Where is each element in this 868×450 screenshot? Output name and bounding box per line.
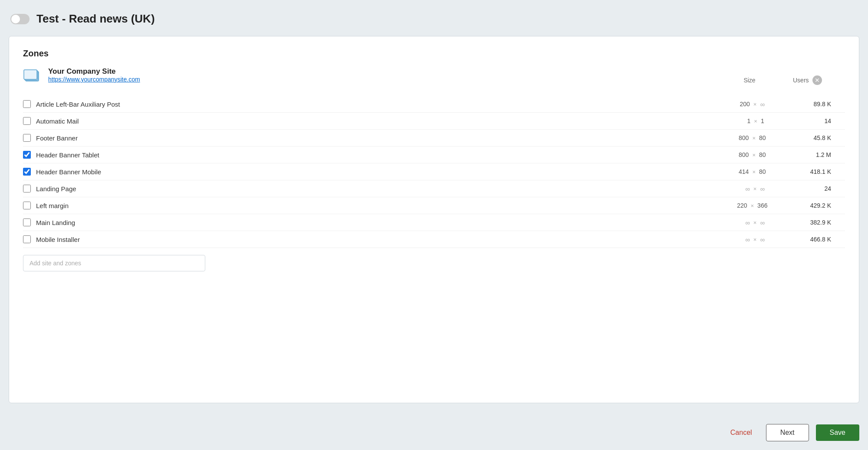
zone-users: 429.2 K <box>793 202 845 209</box>
page-toggle[interactable] <box>10 14 30 24</box>
zone-name: Mobile Installer <box>36 236 706 243</box>
zone-row: Header Banner Mobile 414 × 80 418.1 K <box>23 163 845 180</box>
col-users-header: Users ✕ <box>793 75 845 85</box>
zone-checkbox[interactable] <box>23 168 31 176</box>
save-button[interactable]: Save <box>816 424 859 441</box>
add-zones-input[interactable] <box>23 255 205 271</box>
zone-checkbox[interactable] <box>23 134 31 142</box>
zone-name: Automatic Mail <box>36 117 706 125</box>
zone-name: Left margin <box>36 202 706 209</box>
site-name: Your Company Site <box>48 67 140 76</box>
zone-checkbox[interactable] <box>23 100 31 108</box>
column-headers: Size Users ✕ <box>706 75 845 85</box>
zones-list: Article Left-Bar Auxiliary Post 200 × ∞ … <box>23 96 845 248</box>
zone-name: Footer Banner <box>36 134 706 142</box>
cancel-button[interactable]: Cancel <box>723 424 759 441</box>
zone-row: Automatic Mail 1 × 1 14 <box>23 113 845 130</box>
zone-size: 1 × 1 <box>706 117 793 124</box>
zones-heading: Zones <box>23 49 845 59</box>
zone-name: Header Banner Tablet <box>36 151 706 159</box>
zone-row: Left margin 220 × 366 429.2 K <box>23 197 845 214</box>
zone-row: Header Banner Tablet 800 × 80 1.2 M <box>23 147 845 163</box>
zone-checkbox[interactable] <box>23 117 31 125</box>
next-button[interactable]: Next <box>766 424 809 441</box>
zone-checkbox[interactable] <box>23 218 31 226</box>
zone-checkbox[interactable] <box>23 151 31 159</box>
zone-size: 200 × ∞ <box>706 101 793 108</box>
remove-site-button[interactable]: ✕ <box>812 75 822 85</box>
col-size-header: Size <box>706 77 793 84</box>
footer-actions: Cancel Next Save <box>9 417 859 441</box>
zone-row: Footer Banner 800 × 80 45.8 K <box>23 130 845 147</box>
zone-size: 800 × 80 <box>706 151 793 158</box>
zone-users: 14 <box>793 117 845 124</box>
main-card: Zones Your Company Site https://www.your… <box>9 36 859 403</box>
zone-users: 24 <box>793 185 845 192</box>
zone-row: Article Left-Bar Auxiliary Post 200 × ∞ … <box>23 96 845 113</box>
zone-size: 800 × 80 <box>706 134 793 141</box>
zone-users: 382.9 K <box>793 219 845 226</box>
zone-size: ∞ × ∞ <box>706 185 793 192</box>
zone-row: Main Landing ∞ × ∞ 382.9 K <box>23 214 845 231</box>
zone-users: 466.8 K <box>793 236 845 243</box>
zone-row: Landing Page ∞ × ∞ 24 <box>23 180 845 197</box>
zone-checkbox[interactable] <box>23 202 31 209</box>
zone-size: 414 × 80 <box>706 168 793 175</box>
zone-users: 45.8 K <box>793 134 845 141</box>
zone-users: 1.2 M <box>793 151 845 158</box>
zone-size: ∞ × ∞ <box>706 236 793 243</box>
zone-users: 89.8 K <box>793 101 845 108</box>
site-header: Your Company Site https://www.yourcompan… <box>23 67 140 86</box>
zone-checkbox[interactable] <box>23 185 31 192</box>
zone-name: Main Landing <box>36 219 706 226</box>
site-url[interactable]: https://www.yourcompanysite.com <box>48 76 140 83</box>
zone-row: Mobile Installer ∞ × ∞ 466.8 K <box>23 231 845 248</box>
zone-size: 220 × 366 <box>706 202 793 209</box>
svg-rect-2 <box>24 70 37 79</box>
zone-checkbox[interactable] <box>23 235 31 243</box>
zone-size: ∞ × ∞ <box>706 219 793 226</box>
zone-name: Landing Page <box>36 185 706 192</box>
zone-users: 418.1 K <box>793 168 845 175</box>
zone-name: Article Left-Bar Auxiliary Post <box>36 101 706 108</box>
site-icon <box>23 67 42 86</box>
page-title: Test - Read news (UK) <box>36 12 155 26</box>
zone-name: Header Banner Mobile <box>36 168 706 176</box>
